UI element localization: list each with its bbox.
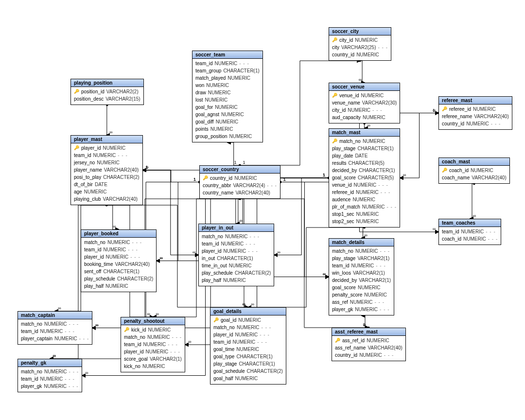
column-type: NUMERIC [235, 375, 258, 382]
table-match_mast[interactable]: match_mast🔑match_noNUMERICplay_stageCHAR… [329, 128, 400, 228]
table-coach_mast[interactable]: coach_mast🔑coach_idNUMERICcoach_nameVARC… [438, 158, 510, 184]
column-name: country_abbr [203, 182, 231, 189]
column-type: NUMERIC [363, 114, 385, 121]
fk-indicator: - - - [384, 352, 394, 358]
table-columns: 🔑coach_idNUMERICcoach_nameVARCHAR2(40) [439, 166, 509, 183]
table-referee_mast[interactable]: referee_mast🔑referee_idNUMERICreferee_na… [438, 96, 512, 130]
table-soccer_city[interactable]: soccer_city🔑city_idNUMERICcityVARCHAR2(2… [329, 27, 391, 61]
column: referee_idNUMERIC- - - [331, 189, 398, 196]
column-type: NUMERIC [356, 211, 379, 217]
fk-indicator: - - - [378, 44, 388, 51]
cardinality-many: ∞ [146, 165, 149, 170]
table-columns: 🔑ass_ref_idNUMERICass_ref_nameVARCHAR2(4… [332, 336, 405, 361]
column: dt_of_birDATE [73, 181, 140, 188]
column: venue_idNUMERIC- - - [331, 181, 398, 189]
column: play_stageCHARACTER(1) [331, 145, 398, 152]
table-asst_referee_mast[interactable]: asst_referee_mast🔑ass_ref_idNUMERICass_r… [332, 328, 406, 361]
column-name: play_stage [332, 255, 355, 262]
column-type: NUMERIC [216, 119, 239, 125]
column-name: team_id [213, 339, 231, 345]
table-soccer_country[interactable]: soccer_country🔑country_idNUMERICcountry_… [199, 165, 280, 199]
column-type: CHARACTER(1) [239, 361, 275, 367]
column-type: VARCHAR2(40) [474, 113, 509, 120]
column-name: position_desc [74, 96, 104, 102]
column: 🔑ass_ref_idNUMERIC [334, 337, 403, 344]
column-name: goal_half [213, 375, 233, 382]
column-type: NUMERIC [54, 335, 77, 342]
column-type: NUMERIC [359, 352, 382, 358]
cardinality-many: ∞ [58, 306, 61, 311]
column: player_nameVARCHAR2(40) [73, 166, 140, 174]
pk-icon: 🔑 [442, 106, 447, 112]
table-playing_position[interactable]: playing_position🔑position_idVARCHAR2(2)p… [70, 79, 144, 105]
column-type: VARCHAR2(40) [235, 190, 270, 196]
column: lostNUMERIC [194, 96, 261, 104]
table-soccer_team[interactable]: soccer_teamteam_idNUMERIC- - -team_group… [192, 51, 263, 142]
relation-match_mast-match_details [362, 228, 365, 238]
table-player_in_out[interactable]: player_in_outmatch_noNUMERIC- - -team_id… [198, 224, 274, 286]
fk-indicator: - - - [380, 306, 390, 313]
cardinality-one: 1 [283, 177, 286, 182]
column-name: team_id [332, 262, 350, 269]
column: match_noNUMERIC- - - [83, 239, 154, 246]
cardinality-one: 1 [433, 108, 435, 113]
pk-icon: 🔑 [335, 337, 340, 344]
column-type: CHARACTER(5) [348, 160, 384, 166]
cardinality-many: ∞ [239, 218, 242, 223]
column-name: ass_ref [332, 299, 348, 305]
table-match_details[interactable]: match_detailsmatch_noNUMERIC- - -play_st… [329, 238, 394, 315]
column-name: posi_to_play [74, 174, 101, 180]
pk-icon: 🔑 [332, 138, 337, 144]
table-match_captain[interactable]: match_captainmatch_noNUMERIC- - -team_id… [18, 311, 92, 345]
table-columns: 🔑goal_idNUMERICmatch_noNUMERIC- - -playe… [210, 315, 286, 384]
table-columns: 🔑venue_idNUMERICvenue_nameVARCHAR2(30)ci… [329, 91, 400, 123]
fk-indicator: - - - [69, 383, 79, 389]
column-name: team_id [21, 376, 38, 382]
fk-indicator: - - - [132, 239, 142, 245]
column-type: VARCHAR2(2) [106, 88, 139, 95]
column-type: NUMERIC [208, 89, 231, 96]
table-player_mast[interactable]: player_mast🔑player_idNUMERICteam_idNUMER… [70, 135, 143, 205]
table-columns: 🔑match_noNUMERICplay_stageCHARACTER(1)pl… [329, 137, 400, 227]
column-type: VARCHAR2(40) [115, 261, 150, 267]
column-type: NUMERIC [364, 292, 387, 298]
table-team_coaches[interactable]: team_coachesteam_idNUMERIC- - -coach_idN… [438, 219, 501, 245]
table-header: goal_details [210, 308, 286, 315]
column-name: play_schedule [84, 276, 115, 282]
table-penalty_gk[interactable]: penalty_gkmatch_noNUMERIC- - -team_idNUM… [18, 359, 82, 392]
column-type: NUMERIC [356, 189, 379, 195]
column-type: CHARACTER(1) [217, 255, 253, 262]
column: player_idNUMERIC- - - [201, 247, 272, 255]
column: play_scheduleCHARACTER(2) [83, 275, 154, 282]
column-name: goal_score [332, 175, 356, 181]
table-header: player_booked [81, 230, 156, 238]
column-type: VARCHAR2(15) [105, 96, 140, 102]
table-goal_details[interactable]: goal_details🔑goal_idNUMERICmatch_noNUMER… [210, 307, 286, 385]
cardinality-one: 1 [323, 173, 325, 177]
column: team_idNUMERIC- - - [441, 228, 499, 235]
column: match_playedNUMERIC [194, 74, 261, 82]
column: country_idNUMERIC [331, 51, 389, 58]
column-type: NUMERIC [463, 236, 486, 242]
pk-icon: 🔑 [332, 92, 337, 99]
table-soccer_venue[interactable]: soccer_venue🔑venue_idNUMERICvenue_nameVA… [329, 83, 400, 123]
column-name: ass_ref_name [335, 345, 366, 351]
cardinality-one: 1 [323, 173, 325, 177]
column: match_noNUMERIC- - - [20, 368, 80, 375]
column-type: NUMERIC [233, 339, 256, 345]
column-name: decided_by [332, 167, 357, 174]
table-columns: match_noNUMERIC- - -team_idNUMERIC- - -p… [18, 367, 82, 392]
table-player_booked[interactable]: player_bookedmatch_noNUMERIC- - -team_id… [81, 229, 157, 292]
column-type: NUMERIC [84, 189, 107, 195]
column-type: NUMERIC [358, 284, 381, 291]
column-type: NUMERIC [228, 75, 250, 81]
fk-indicator: - - - [260, 332, 270, 338]
column-type: NUMERIC [205, 97, 228, 103]
column-name: kick_id [131, 327, 146, 333]
column-name: jersey_no [74, 159, 95, 166]
cardinality-many: ∞ [156, 312, 159, 316]
relation-referee_mast-match_mast [400, 113, 438, 178]
cardinality-many: ∞ [277, 250, 280, 255]
column-type: NUMERIC [143, 341, 166, 348]
table-penalty_shootout[interactable]: penalty_shootout🔑kick_idNUMERICmatch_noN… [121, 317, 185, 372]
